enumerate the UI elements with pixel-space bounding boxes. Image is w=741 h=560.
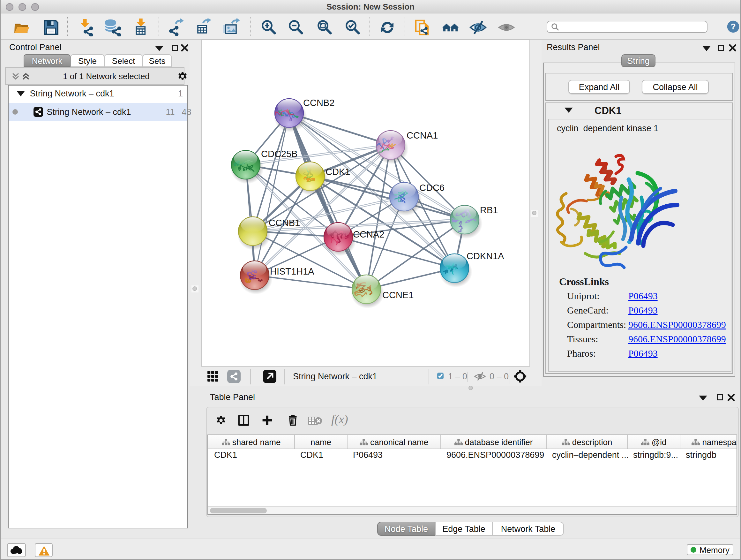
svg-text:RB1: RB1 (480, 205, 498, 215)
svg-text:HIST1H1A: HIST1H1A (270, 266, 314, 276)
svg-text:CCNB2: CCNB2 (303, 98, 334, 108)
svg-text:CDK1: CDK1 (326, 167, 350, 177)
svg-text:CDC25B: CDC25B (261, 149, 297, 159)
svg-text:CCNE1: CCNE1 (382, 290, 414, 300)
svg-text:CDKN1A: CDKN1A (467, 251, 504, 261)
svg-text:CCNA2: CCNA2 (353, 229, 384, 240)
svg-text:?: ? (731, 22, 736, 31)
svg-text:CCNA1: CCNA1 (407, 130, 438, 140)
svg-text:CDC6: CDC6 (419, 183, 445, 193)
svg-text:CCNB1: CCNB1 (269, 218, 300, 228)
